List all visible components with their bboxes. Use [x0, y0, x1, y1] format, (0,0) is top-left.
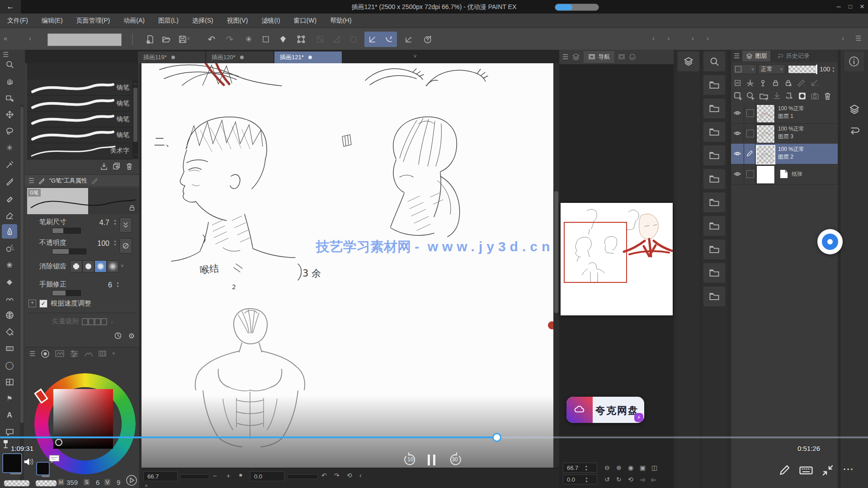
tool-pen-icon-dim[interactable]: [91, 177, 98, 184]
lock-layer-icon[interactable]: [772, 79, 779, 87]
pane-chevron-4[interactable]: ›: [707, 34, 709, 42]
reference-layer-icon[interactable]: [746, 79, 754, 87]
snap-ruler-button[interactable]: [329, 32, 344, 47]
reset-rotation-button[interactable]: ⟲: [347, 472, 352, 479]
zoom-tool[interactable]: [2, 57, 17, 71]
figure-eraser-tool[interactable]: ◆: [2, 274, 17, 289]
pane-chevron-2[interactable]: ›: [667, 34, 670, 42]
reselect-button[interactable]: [259, 32, 273, 47]
material-image-folder-button[interactable]: [703, 99, 725, 118]
material-window-folder-button[interactable]: [703, 169, 725, 189]
rotate-ccw-button[interactable]: ↶: [321, 472, 327, 479]
layer-thumbnail[interactable]: [756, 125, 775, 143]
subtool-scrollbar[interactable]: ︿﹀: [132, 80, 138, 159]
nav-zoom-in-icon[interactable]: ⊕: [616, 464, 622, 471]
stopwatch-icon[interactable]: [114, 332, 122, 340]
nav-fit-icon[interactable]: ◉: [628, 464, 633, 471]
nav-next-icon[interactable]: ▻: [651, 476, 656, 483]
layer-row-3-selected[interactable]: 100 %正常图层 2: [731, 144, 838, 164]
undo-button[interactable]: ↶: [204, 32, 219, 47]
item-bank-icon[interactable]: [629, 53, 636, 61]
nav-reset-icon[interactable]: ⟲: [628, 476, 633, 483]
layer-checkbox[interactable]: [746, 130, 754, 137]
speaker-icon[interactable]: [24, 457, 33, 466]
canvas-vertical-scrollbar[interactable]: [553, 63, 559, 468]
vector-snap-expand-icon[interactable]: ›: [111, 318, 113, 325]
zoom-in-button[interactable]: +: [226, 472, 230, 479]
video-progress-remaining[interactable]: [496, 436, 868, 438]
gradient-tool[interactable]: [2, 341, 17, 356]
menu-layer[interactable]: 图层(L): [158, 17, 179, 25]
snap-line-button[interactable]: [365, 32, 380, 47]
chapter-marker-icon[interactable]: [3, 439, 10, 449]
menu-filter[interactable]: 滤镜(I): [261, 17, 280, 25]
quark-drive-badge[interactable]: 夸克网盘 ⚡: [566, 397, 644, 423]
clip-to-layer-icon[interactable]: [734, 79, 741, 87]
scrollbar-thumb[interactable]: [133, 88, 137, 142]
material-search-button[interactable]: [703, 52, 725, 71]
tab-illustration-120[interactable]: 插画120*: [206, 52, 274, 63]
nav-actual-size-icon[interactable]: ▣: [640, 464, 646, 471]
menu-edit[interactable]: 编辑(E): [42, 17, 63, 25]
eyedropper-tool[interactable]: [2, 157, 17, 172]
opacity-slider[interactable]: [52, 249, 86, 254]
nav-rotate-ccw-icon[interactable]: ↺: [604, 476, 610, 483]
material-all-folder-button[interactable]: [703, 286, 725, 306]
stabilize-value[interactable]: 6: [90, 281, 112, 289]
nav-flip-icon[interactable]: ◫: [651, 464, 657, 471]
opacity-value[interactable]: 100: [87, 239, 109, 248]
new-vector-layer-icon[interactable]: [746, 92, 755, 100]
scrollbar-thumb[interactable]: [554, 191, 558, 313]
lock-icon[interactable]: [128, 204, 136, 211]
tab-close-icon[interactable]: [308, 56, 312, 59]
main-color-swatch-2[interactable]: [36, 462, 50, 475]
rewind-10-button[interactable]: 10: [402, 452, 419, 468]
layer-row-1[interactable]: 100 %正常图层 1: [731, 103, 838, 124]
zoom-slider[interactable]: [180, 474, 209, 479]
text-tool[interactable]: A: [2, 408, 17, 422]
dock-history-tab[interactable]: [840, 121, 868, 141]
import-subtool-icon[interactable]: [100, 162, 108, 170]
deselect-button[interactable]: ✳: [241, 32, 256, 47]
menu-window[interactable]: 窗口(W): [294, 17, 317, 25]
layer-name[interactable]: 纸张: [792, 170, 802, 178]
speed-adjust-checkbox[interactable]: ✓: [39, 300, 47, 308]
layer-thumbnail[interactable]: [756, 145, 775, 164]
panel-menu-icon[interactable]: ☰: [855, 34, 861, 42]
delete-subtool-icon[interactable]: [125, 162, 133, 170]
rotation-slider[interactable]: [287, 474, 318, 479]
status-chevrons-up-icon[interactable]: «: [143, 484, 150, 488]
keyboard-button[interactable]: [799, 465, 813, 476]
airbrush-tool[interactable]: [2, 241, 17, 255]
liquify-tool[interactable]: [2, 308, 17, 322]
snap-off-button[interactable]: [313, 32, 327, 47]
layer-opacity-value[interactable]: 100: [820, 66, 830, 73]
menu-page[interactable]: 页面管理(P): [76, 17, 110, 25]
help-button[interactable]: [420, 32, 435, 47]
info-button[interactable]: [844, 52, 864, 71]
navigator-thumbnail[interactable]: [561, 203, 673, 315]
tab-list-dropdown-icon[interactable]: ˅: [414, 53, 416, 59]
transparent-color-swatch[interactable]: [4, 480, 30, 487]
layer-thumbnail[interactable]: [756, 165, 775, 184]
zoom-out-button[interactable]: −: [213, 472, 217, 479]
ellipse-tool[interactable]: ◯: [2, 358, 17, 372]
layer-row-paper[interactable]: 纸张: [731, 164, 838, 185]
fill-tool[interactable]: [2, 324, 17, 339]
hue-value[interactable]: 359: [66, 479, 78, 486]
brush-size-stepper[interactable]: ▲▼: [113, 219, 117, 225]
bubble-icon[interactable]: [49, 455, 60, 464]
snap-curve-button[interactable]: [382, 32, 396, 47]
pane-chevron-1[interactable]: ‹: [652, 34, 655, 42]
tool-strip-scrollbar[interactable]: [20, 105, 24, 488]
tab-close-icon[interactable]: [240, 56, 244, 59]
eye-icon[interactable]: [733, 170, 741, 178]
exit-fullscreen-button[interactable]: [822, 465, 834, 476]
hand-tool[interactable]: [2, 74, 17, 88]
new-page-button[interactable]: [143, 32, 157, 47]
antialias-dropdown-icon[interactable]: ˅: [121, 260, 123, 272]
snap-frame-button[interactable]: [346, 32, 361, 47]
layer-row-2[interactable]: 100 %正常图层 3: [731, 123, 838, 144]
tab-close-icon[interactable]: [171, 56, 175, 59]
layer-opacity-slider[interactable]: [788, 65, 818, 74]
